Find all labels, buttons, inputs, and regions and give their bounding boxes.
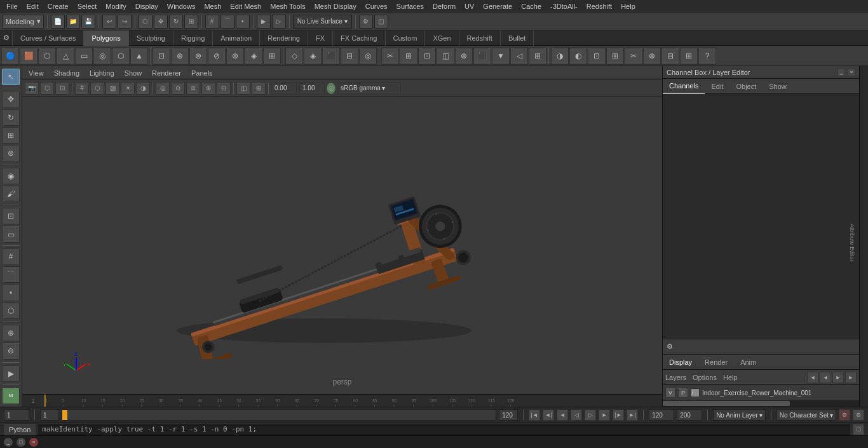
construction-btn[interactable]: ⚙ [359, 15, 373, 29]
menu-file[interactable]: File [3, 1, 22, 11]
vp-menu-panels[interactable]: Panels [189, 69, 215, 77]
vp-texture-btn[interactable]: ▨ [105, 82, 119, 95]
render-btn[interactable]: ▶ [257, 15, 271, 29]
settings-btn[interactable]: ⚙ [853, 409, 864, 421]
shelf-extract[interactable]: ⊘ [208, 47, 226, 65]
scale-tool-btn[interactable]: ⊞ [2, 127, 20, 144]
tab-animation[interactable]: Animation [213, 31, 260, 46]
layer-lock-btn[interactable]: P [678, 388, 688, 398]
attribute-editor-edge-tab[interactable]: Attribute Editor [846, 221, 858, 264]
snap-pt-left-btn[interactable]: • [2, 284, 20, 301]
shelf-append[interactable]: ◇ [285, 47, 303, 65]
shelf-mirror[interactable]: ⊞ [263, 47, 281, 65]
layer-row[interactable]: V P / Indoor_Exercise_Rower_Machine_001 [663, 385, 859, 400]
vp-frame-btn[interactable]: ⬡ [40, 82, 54, 95]
next-frame-btn[interactable]: ► [599, 409, 610, 421]
ch-tab-show[interactable]: Show [763, 79, 793, 94]
layer-tab-display[interactable]: Display [663, 355, 698, 370]
char-set-dropdown[interactable]: No Character Set ▾ [776, 409, 836, 421]
shelf-sew[interactable]: ⊕ [643, 47, 661, 65]
anim-layer-dropdown[interactable]: No Anim Layer ▾ [713, 409, 766, 421]
timeline-content[interactable]: 1 5 10 15 20 25 30 [44, 395, 535, 407]
shelf-uv[interactable]: ⊡ [588, 47, 606, 65]
layer-scrollbar[interactable] [663, 400, 859, 407]
snap-grid-left-btn[interactable]: # [2, 248, 20, 265]
vp-shadow-btn[interactable]: ◑ [136, 82, 150, 95]
vp-srgb-icon[interactable]: ◎ [326, 82, 336, 95]
shelf-cylinder[interactable]: ⬡ [38, 47, 56, 65]
shelf-sym[interactable]: ⊞ [680, 47, 698, 65]
move-tool-btn[interactable]: ✥ [2, 91, 20, 107]
go-end-btn[interactable]: ►| [627, 409, 638, 421]
shelf-plane[interactable]: ▭ [75, 47, 93, 65]
vp-resolution-btn[interactable]: ⊞ [252, 82, 266, 95]
shelf-soften[interactable]: ◑ [551, 47, 569, 65]
shelf-cut-uv[interactable]: ✂ [625, 47, 642, 65]
paint-btn[interactable]: 🖌 [2, 186, 20, 202]
shelf-merge[interactable]: ⊟ [341, 47, 358, 65]
vp-menu-view[interactable]: View [26, 69, 46, 77]
shelf-cube[interactable]: 🟫 [20, 47, 37, 65]
select-btn[interactable]: ⬡ [139, 15, 153, 29]
window-close-btn[interactable]: × [29, 438, 38, 447]
shelf-interactive[interactable]: ⊡ [153, 47, 170, 65]
menu-edit[interactable]: Edit [23, 1, 43, 11]
menu-windows[interactable]: Windows [163, 1, 200, 11]
display-all-btn[interactable]: ⊕ [2, 325, 20, 341]
prev-layer-btn[interactable]: ◄ [820, 372, 831, 383]
vp-menu-shading[interactable]: Shading [51, 69, 82, 77]
vp-dof-btn[interactable]: ⊙ [171, 82, 185, 95]
last-layer-btn[interactable]: ► [845, 372, 857, 383]
frame-start-field[interactable]: 1 [40, 409, 59, 421]
shelf-bevel[interactable]: ◫ [437, 47, 454, 65]
shelf-cut[interactable]: ✂ [381, 47, 399, 65]
window-minimize-btn[interactable]: _ [4, 438, 13, 447]
tab-rendering[interactable]: Rendering [260, 31, 308, 46]
shelf-harden[interactable]: ◐ [569, 47, 587, 65]
snap-surf-left-btn[interactable]: ⬡ [2, 302, 20, 319]
maya-logo-btn[interactable]: M [2, 388, 20, 404]
soft-select-btn[interactable]: ◉ [2, 168, 20, 184]
menu-create[interactable]: Create [44, 1, 72, 11]
vp-aa-btn[interactable]: ⊕ [201, 82, 215, 95]
shelf-torus[interactable]: ◎ [93, 47, 111, 65]
vp-menu-lighting[interactable]: Lighting [87, 69, 117, 77]
shelf-boolean[interactable]: ⊛ [226, 47, 244, 65]
shelf-sphere[interactable]: 🔵 [1, 47, 19, 65]
rotate-tool-btn[interactable]: ↻ [2, 109, 20, 126]
tab-polygons[interactable]: Polygons [84, 31, 128, 46]
layer-tab-anim[interactable]: Anim [734, 355, 763, 370]
shelf-offset[interactable]: ⊡ [418, 47, 436, 65]
shelf-unfold[interactable]: ⊟ [661, 47, 679, 65]
ch-tab-channels[interactable]: Channels [663, 79, 705, 94]
tab-xgen[interactable]: XGen [425, 31, 459, 46]
tab-bullet[interactable]: Bullet [501, 31, 534, 46]
next-layer-btn[interactable]: ► [832, 372, 844, 383]
vp-iso-btn[interactable]: ◫ [236, 82, 250, 95]
redo-btn[interactable]: ↪ [118, 15, 132, 29]
mode-dropdown[interactable]: Modeling ▾ [3, 15, 44, 29]
tab-rigging[interactable]: Rigging [173, 31, 213, 46]
shelf-smooth[interactable]: ◈ [245, 47, 262, 65]
vp-menu-renderer[interactable]: Renderer [149, 69, 184, 77]
snap-curve-btn[interactable]: ⌒ [220, 15, 234, 29]
layer-vis-btn[interactable]: V [665, 388, 675, 398]
vp-light-btn[interactable]: ☀ [121, 82, 135, 95]
menu-help[interactable]: Help [617, 1, 639, 11]
open-scene-btn[interactable]: 📁 [66, 15, 80, 29]
menu-uv[interactable]: UV [461, 1, 478, 11]
shelf-target-weld[interactable]: ◎ [359, 47, 377, 65]
vp-select-btn[interactable]: ⊡ [55, 82, 69, 95]
menu-generate[interactable]: Generate [479, 1, 516, 11]
shelf-separate[interactable]: ⊗ [189, 47, 207, 65]
vp-camera-btn[interactable]: 📷 [25, 82, 39, 95]
tab-custom[interactable]: Custom [386, 31, 426, 46]
ipr-btn[interactable]: ▷ [272, 15, 286, 29]
tab-fx-caching[interactable]: FX Caching [333, 31, 385, 46]
command-line[interactable]: makeIdentity -apply true -t 1 -r 1 -s 1 … [38, 424, 850, 435]
menu-surfaces[interactable]: Surfaces [393, 1, 428, 11]
vp-motion-btn[interactable]: ≋ [186, 82, 200, 95]
play-back-btn[interactable]: ◁ [571, 409, 582, 421]
play-forward-btn[interactable]: ▷ [585, 409, 596, 421]
layers-label[interactable]: Layers [665, 370, 686, 385]
